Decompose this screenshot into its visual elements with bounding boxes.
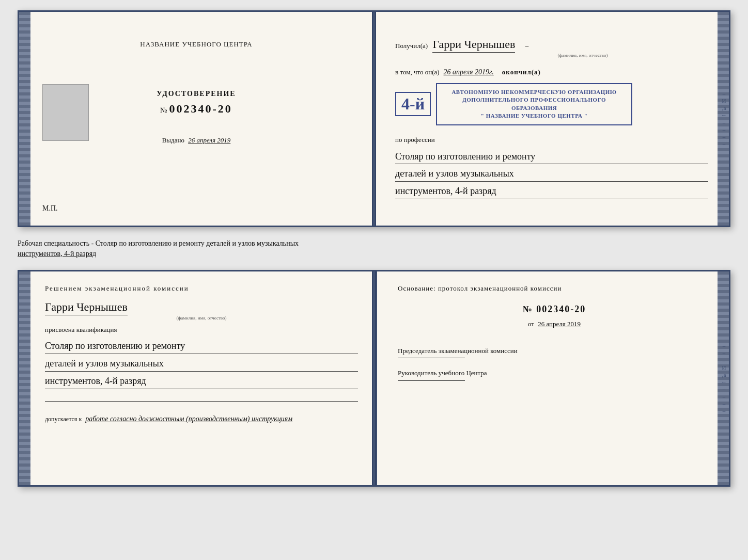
stamp-area: 4-й АВТОНОМНУЮ НЕКОММЕРЧЕСКУЮ ОРГАНИЗАЦИ… xyxy=(395,79,708,130)
qual-line2: деталей и узлов музыкальных xyxy=(45,356,358,372)
mp-label: М.П. xyxy=(42,204,58,213)
dopuskaetsya-text: работе согласно должностным (производств… xyxy=(85,415,292,423)
ot-date: 26 апреля 2019 xyxy=(538,320,581,328)
between-text: Рабочая специальность - Столяр по изгото… xyxy=(18,235,730,262)
profession-line2: деталей и узлов музыкальных xyxy=(395,166,708,182)
prisvoena-label: присвоена квалификация xyxy=(45,326,358,334)
stamp-box: АВТОНОМНУЮ НЕКОММЕРЧЕСКУЮ ОРГАНИЗАЦИЮ ДО… xyxy=(436,83,632,125)
dopuskaetsya-block: допускается к работе согласно должностны… xyxy=(45,415,358,423)
bottom-certificate-book: Решением экзаменационной комиссии Гарри … xyxy=(18,270,730,487)
name-subline: (фамилия, имя, отчество) xyxy=(457,53,708,58)
profession-line3: инструментов, 4-й разряд xyxy=(395,184,708,199)
school-name-title: НАЗВАНИЕ УЧЕБНОГО ЦЕНТРА xyxy=(140,40,252,49)
bottom-name-subline: (фамилия, имя, отчество) xyxy=(45,315,358,321)
top-right-page: Получил(а) Гарри Чернышев – (фамилия, им… xyxy=(375,12,729,226)
protokol-number-block: № 002340-20 xyxy=(398,304,711,315)
recipient-name: Гарри Чернышев xyxy=(432,38,515,53)
vtom-date: 26 апреля 2019г. xyxy=(444,68,494,76)
vydano-date: 26 апреля 2019 xyxy=(188,136,230,144)
predsedatel-signature-line xyxy=(398,358,465,358)
vtom-line: в том, что он(а) 26 апреля 2019г. окончи… xyxy=(395,68,708,76)
okончил-label: окончил(а) xyxy=(502,68,541,76)
qual-line3: инструментов, 4-й разряд xyxy=(45,374,358,389)
vydano-line: Выдано 26 апреля 2019 xyxy=(162,136,231,145)
po-professii-label: по профессии xyxy=(395,136,708,144)
predsedatel-block: Председатель экзаменационной комиссии xyxy=(398,346,711,358)
osnovaniye-label: Основание: протокол экзаменационной коми… xyxy=(398,284,711,293)
bottom-right-page: Основание: протокол экзаменационной коми… xyxy=(377,271,729,485)
book-spine xyxy=(372,12,376,226)
stamp-grade: 4-й xyxy=(395,92,431,116)
rukovoditel-block: Руководитель учебного Центра xyxy=(398,369,711,380)
certificate-number: 002340-20 xyxy=(169,102,232,115)
blank-line-1 xyxy=(45,392,358,402)
certificate-block: УДОСТОВЕРЕНИЕ № 002340-20 xyxy=(157,90,236,116)
bottom-book-spine xyxy=(372,271,376,485)
top-certificate-book: НАЗВАНИЕ УЧЕБНОГО ЦЕНТРА УДОСТОВЕРЕНИЕ №… xyxy=(18,10,730,227)
bottom-side-letters: –––И,а←–––– xyxy=(721,343,727,414)
side-letters: –И,а←–––– xyxy=(721,90,727,147)
vydano-label: Выдано xyxy=(162,136,184,144)
bottom-recipient-name: Гарри Чернышев xyxy=(45,300,128,315)
bottom-recipient-block: Гарри Чернышев (фамилия, имя, отчество) xyxy=(45,300,358,321)
received-label: Получил(а) Гарри Чернышев – (фамилия, им… xyxy=(395,38,708,58)
qualification-block: Столяр по изготовлению и ремонту деталей… xyxy=(45,337,358,389)
bottom-left-page: Решением экзаменационной комиссии Гарри … xyxy=(19,271,377,485)
qual-line1: Столяр по изготовлению и ремонту xyxy=(45,339,358,354)
rukovoditel-signature-line xyxy=(398,380,465,381)
protokol-number: № 002340-20 xyxy=(523,304,586,314)
profession-block: Столяр по изготовлению и ремонту деталей… xyxy=(395,147,708,199)
komissia-title: Решением экзаменационной комиссии xyxy=(45,284,358,293)
left-border-decoration xyxy=(19,12,30,226)
bottom-left-border xyxy=(19,271,30,485)
profession-line1: Столяр по изготовлению и ремонту xyxy=(395,149,708,165)
photo-placeholder xyxy=(42,84,89,141)
number-label: № xyxy=(160,106,167,114)
ot-date-block: от 26 апреля 2019 xyxy=(398,320,711,328)
top-left-page: НАЗВАНИЕ УЧЕБНОГО ЦЕНТРА УДОСТОВЕРЕНИЕ №… xyxy=(19,12,375,226)
certificate-type: УДОСТОВЕРЕНИЕ xyxy=(157,90,236,98)
